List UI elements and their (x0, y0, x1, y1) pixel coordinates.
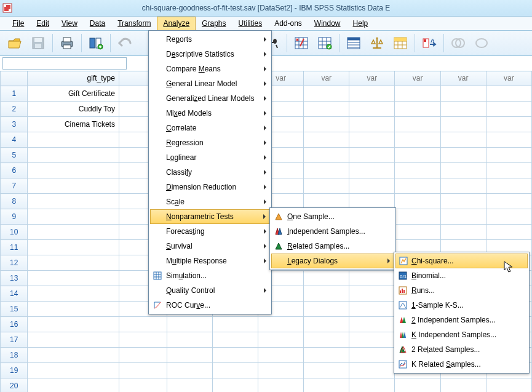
cell[interactable] (440, 132, 486, 148)
cell[interactable] (167, 378, 212, 393)
cell[interactable] (304, 117, 349, 132)
cell[interactable] (167, 332, 212, 348)
cell[interactable] (28, 255, 119, 271)
cell[interactable] (486, 117, 531, 132)
menu-addons[interactable]: Add-ons (268, 17, 308, 30)
cell[interactable] (28, 332, 119, 348)
cell[interactable] (304, 148, 349, 163)
cell[interactable] (349, 363, 395, 378)
cell[interactable] (167, 348, 212, 363)
row-header[interactable]: 2 (1, 102, 28, 117)
cell[interactable] (486, 102, 531, 117)
cell[interactable] (119, 378, 167, 393)
cell[interactable] (440, 378, 486, 393)
cell[interactable] (349, 178, 395, 194)
cell[interactable] (212, 317, 258, 332)
column-header-var[interactable]: var (349, 71, 395, 86)
cell[interactable] (395, 378, 440, 393)
cell[interactable] (304, 378, 349, 393)
cell[interactable] (440, 209, 486, 225)
cell[interactable] (258, 317, 304, 332)
cell[interactable] (440, 163, 486, 178)
row-header[interactable]: 6 (1, 163, 28, 178)
cell[interactable] (212, 378, 258, 393)
undo-icon[interactable] (114, 33, 136, 53)
cell[interactable] (395, 148, 440, 163)
cell[interactable] (304, 178, 349, 194)
menu-utilities[interactable]: Utilities (232, 17, 268, 30)
menu-view[interactable]: View (55, 17, 84, 30)
cell[interactable]: Cuddly Toy (28, 102, 119, 117)
cell[interactable] (28, 378, 119, 393)
cell[interactable] (28, 317, 119, 332)
cell[interactable] (440, 148, 486, 163)
row-header[interactable]: 8 (1, 194, 28, 209)
cell[interactable] (486, 132, 531, 148)
cell[interactable] (349, 132, 395, 148)
cell[interactable] (304, 363, 349, 378)
legacy-k-related[interactable]: K Related Samples... (395, 357, 528, 372)
cell[interactable] (395, 117, 440, 132)
legacy-chi-square[interactable]: Chi-square... (395, 254, 528, 268)
cell[interactable] (28, 194, 119, 209)
cell[interactable] (304, 302, 349, 317)
cell[interactable] (304, 86, 349, 102)
cell[interactable]: Gift Certificate (28, 86, 119, 102)
row-header[interactable]: 12 (1, 255, 28, 271)
cell[interactable] (304, 132, 349, 148)
cell[interactable] (349, 317, 395, 332)
value-labels-icon[interactable] (389, 33, 411, 53)
cell[interactable] (440, 225, 486, 240)
cell[interactable] (304, 163, 349, 178)
cell[interactable] (486, 163, 531, 178)
analyze-nonparametric[interactable]: Nonparametric Tests (150, 209, 270, 224)
cell[interactable] (440, 178, 486, 194)
legacy-k-independent[interactable]: K Independent Samples... (395, 327, 528, 342)
nonpar-one-sample[interactable]: One Sample... (271, 209, 394, 224)
row-header[interactable]: 11 (1, 240, 28, 255)
row-header[interactable]: 17 (1, 332, 28, 348)
cell[interactable]: Cinema Tickets (28, 117, 119, 132)
cell[interactable] (395, 163, 440, 178)
analyze-roc-curve[interactable]: ROC Curve... (150, 298, 270, 313)
analyze-reports[interactable]: Reports (150, 32, 270, 47)
cell[interactable] (440, 86, 486, 102)
menu-window[interactable]: Window (308, 17, 347, 30)
analyze-gzlm[interactable]: Generalized Linear Models (150, 91, 270, 106)
menu-edit[interactable]: Edit (30, 17, 55, 30)
row-header[interactable]: 10 (1, 225, 28, 240)
cell[interactable] (440, 117, 486, 132)
save-icon[interactable] (27, 33, 49, 53)
cell[interactable] (395, 194, 440, 209)
analyze-correlate[interactable]: Correlate (150, 121, 270, 135)
nonpar-related-samples[interactable]: Related Samples... (271, 239, 394, 254)
cell[interactable] (395, 102, 440, 117)
row-header[interactable]: 16 (1, 317, 28, 332)
cell[interactable] (304, 332, 349, 348)
cell[interactable] (28, 286, 119, 302)
cell[interactable] (349, 117, 395, 132)
column-header-var[interactable]: var (486, 71, 531, 86)
cell[interactable] (28, 163, 119, 178)
analyze-scale[interactable]: Scale (150, 194, 270, 209)
corner-cell[interactable] (1, 71, 28, 86)
legacy-runs[interactable]: Runs... (395, 283, 528, 298)
cell[interactable] (486, 178, 531, 194)
legacy-binomial[interactable]: 0/1 Binomial... (395, 268, 528, 283)
cell[interactable] (258, 378, 304, 393)
cell[interactable] (258, 363, 304, 378)
row-header[interactable]: 18 (1, 348, 28, 363)
menu-data[interactable]: Data (84, 17, 111, 30)
cell[interactable] (28, 348, 119, 363)
row-header[interactable]: 1 (1, 86, 28, 102)
cell[interactable] (212, 348, 258, 363)
analyze-survival[interactable]: Survival (150, 239, 270, 254)
row-header[interactable]: 20 (1, 378, 28, 393)
cell[interactable] (440, 194, 486, 209)
cell[interactable] (28, 209, 119, 225)
cell[interactable] (486, 86, 531, 102)
use-sets2-icon[interactable] (470, 33, 493, 53)
row-header[interactable]: 4 (1, 132, 28, 148)
cell[interactable] (349, 302, 395, 317)
analyze-glm[interactable]: General Linear Model (150, 76, 270, 91)
